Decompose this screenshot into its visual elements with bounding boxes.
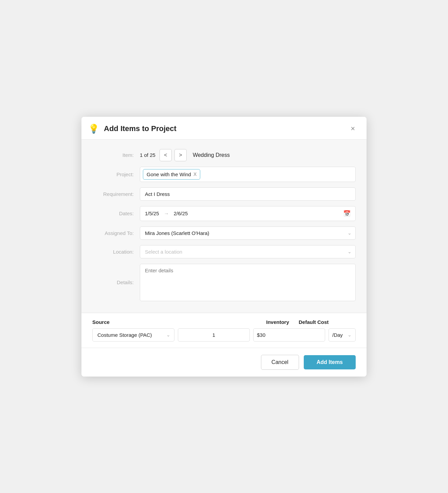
assigned-row: Assigned To: Mira Jones (Scarlett O'Hara… [92,226,356,240]
project-tag-value: Gone with the Wind [147,171,191,177]
item-row: Item: 1 of 25 < > Wedding Dress [92,149,356,161]
next-item-button[interactable]: > [174,149,187,161]
project-field[interactable]: Gone with the Wind X [140,167,356,182]
inventory-col-header: Inventory [261,319,295,325]
assigned-select[interactable]: Mira Jones (Scarlett O'Hara) [140,226,356,240]
details-label: Details: [92,279,140,285]
add-items-button[interactable]: Add Items [304,355,356,369]
add-items-modal: 💡 Add Items to Project × Item: 1 of 25 <… [81,117,367,377]
dates-end: 2/6/25 [174,211,338,216]
details-row: Details: [92,264,356,301]
calendar-icon[interactable]: 📅 [343,210,351,217]
source-col-header: Source [92,319,110,325]
requirement-label: Requirement: [92,191,140,197]
project-tag: Gone with the Wind X [143,169,200,180]
prev-item-button[interactable]: < [160,149,172,161]
close-button[interactable]: × [349,124,357,133]
cost-col-header: Default Cost [295,319,356,325]
lightbulb-icon: 💡 [88,124,99,133]
assigned-label: Assigned To: [92,230,140,236]
assigned-select-wrap: Mira Jones (Scarlett O'Hara) ⌄ [140,226,356,240]
cost-input[interactable] [253,328,325,342]
item-name: Wedding Dress [193,152,230,158]
project-tag-remove[interactable]: X [193,171,197,177]
location-select-wrap: Select a location ⌄ [140,245,356,258]
source-select[interactable]: Costume Storage (PAC) [92,328,174,342]
item-count: 1 of 25 [140,152,155,158]
modal-header: 💡 Add Items to Project × [81,117,367,140]
item-label: Item: [92,152,140,158]
source-section: Source Inventory Default Cost Costume St… [81,313,367,348]
modal-body: Item: 1 of 25 < > Wedding Dress Project:… [81,140,367,313]
cancel-button[interactable]: Cancel [261,355,299,370]
source-row: Costume Storage (PAC) ⌄ /Day ⌄ [92,328,356,342]
item-counter: 1 of 25 < > Wedding Dress [140,149,230,161]
location-select[interactable]: Select a location [140,245,356,258]
inventory-input[interactable] [178,328,250,342]
location-label: Location: [92,249,140,255]
dates-arrow-icon: → [164,211,169,216]
cost-unit-select[interactable]: /Day [329,328,356,342]
source-table-header: Source Inventory Default Cost [92,319,356,325]
modal-title: Add Items to Project [104,124,349,133]
cost-unit-wrap: /Day ⌄ [329,328,356,342]
modal-footer: Cancel Add Items [81,348,367,377]
details-textarea[interactable] [140,264,356,301]
dates-start: 1/5/25 [145,211,159,216]
source-select-wrap: Costume Storage (PAC) ⌄ [92,328,174,342]
location-row: Location: Select a location ⌄ [92,245,356,258]
dates-row: Dates: 1/5/25 → 2/6/25 📅 [92,206,356,221]
project-label: Project: [92,171,140,177]
dates-field[interactable]: 1/5/25 → 2/6/25 📅 [140,206,356,221]
requirement-row: Requirement: [92,187,356,201]
requirement-input[interactable] [140,187,356,201]
project-row: Project: Gone with the Wind X [92,167,356,182]
dates-label: Dates: [92,211,140,216]
